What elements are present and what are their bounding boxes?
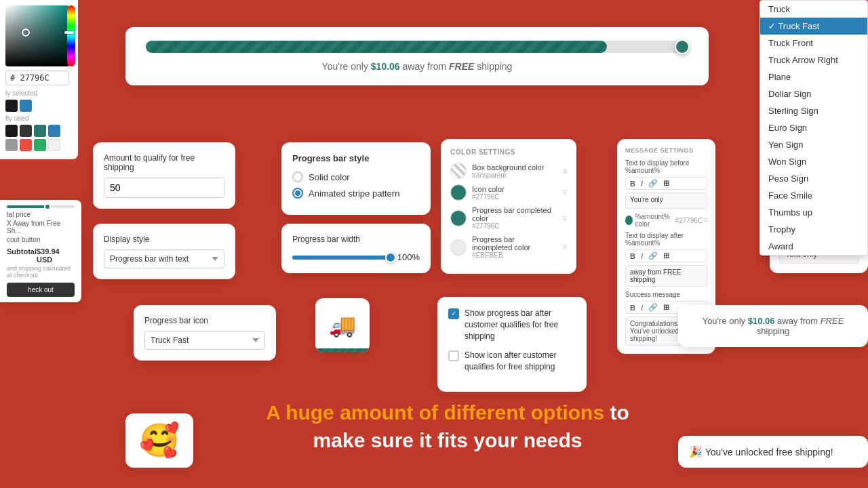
amount-input[interactable] [104,178,224,197]
dropdown-item-won-sign[interactable]: Won Sign [760,153,867,170]
color-menu-icon-completed[interactable]: ≡ [562,214,567,223]
progress-width-card: Progress bar width 100% [281,224,431,273]
dropdown-item-award[interactable]: Award [760,238,867,255]
currently-selected-label: ly selected [5,89,73,97]
progress-width-value: 100% [397,252,420,262]
msg-after-more-btn[interactable]: ⊞ [662,251,671,260]
preview-bar-right-card: You're only $10.06 away from FREE shippi… [678,305,868,347]
msg-before-input[interactable]: You're only [625,192,707,209]
message-settings-title: MESSAGE SETTINGS [625,147,707,154]
cart-progress-dot [44,203,51,210]
checkbox-show-progress-label: Show progress bar after customer qualifi… [465,308,576,342]
checkbox-show-progress[interactable]: ✓ Show progress bar after customer quali… [448,308,576,342]
msg-after-input[interactable]: away from FREE shipping [625,265,707,287]
msg-success-label: Success message [625,291,707,298]
color-name-completed: Progress bar completed color [472,206,557,222]
truck-fast-icon: 🚚 [329,312,356,338]
msg-bold-btn[interactable]: B [629,180,637,188]
display-style-left-select[interactable]: Progress bar with text Text only Icon on… [104,249,224,268]
progress-width-thumb[interactable] [385,252,396,263]
dropdown-item-sterling-sign[interactable]: Sterling Sign [760,102,867,119]
swatch-r1[interactable] [5,125,18,137]
color-swatch-icon[interactable] [450,184,467,201]
color-swatch-bg[interactable] [450,163,467,179]
msg-link-btn[interactable]: 🔗 [647,179,659,188]
dropdown-item-thumbs-up[interactable]: Thumbs up [760,204,867,221]
recently-used-label: tly used [5,115,73,122]
checkbox-show-icon-box[interactable] [448,350,459,361]
msg-after-link-btn[interactable]: 🔗 [647,251,659,260]
hue-strip[interactable] [67,5,75,66]
color-menu-icon-bg[interactable]: ≡ [562,166,567,176]
swatch-r2[interactable] [20,125,32,137]
hue-thumb[interactable] [64,31,74,34]
progress-icon-select[interactable]: Truck Fast Truck Plane [144,331,265,350]
dropdown-item-peso-sign[interactable]: Peso Sign [760,170,867,187]
hex-input[interactable] [5,70,69,85]
cart-preview: tal price X Away from Free Sh... cout bu… [0,200,81,302]
msg-after-bold-btn[interactable]: B [629,252,637,260]
icon-preview-card: 🚚 [315,298,370,352]
swatch-blue[interactable] [20,100,32,112]
main-progress-text: You're only $10.06 away from FREE shippi… [146,61,688,72]
checkbox-show-progress-box[interactable]: ✓ [448,308,459,319]
swatch-r4[interactable] [48,125,60,137]
color-cursor[interactable] [22,28,30,37]
radio-solid-label: Solid color [309,172,350,182]
dropdown-item-dollar-sign[interactable]: Dollar Sign [760,85,867,102]
color-row-completed: Progress bar completed color #27796C ≡ [450,206,567,230]
swatch-r7[interactable] [34,139,46,151]
dropdown-item-yen-sign[interactable]: Yen Sign [760,136,867,153]
radio-solid-color[interactable]: Solid color [292,171,420,182]
dropdown-item-plane[interactable]: Plane [760,68,867,85]
dropdown-item-euro-sign[interactable]: Euro Sign [760,119,867,136]
progress-width-track[interactable] [292,256,391,260]
color-info-completed: Progress bar completed color #27796C [472,206,557,230]
preview-free: FREE [821,316,844,326]
preview-amount: $10.06 [748,316,775,326]
swatch-r8[interactable] [48,139,60,151]
color-menu-icon-incompleted[interactable]: ≡ [562,243,567,252]
color-menu-icon-icon[interactable]: ≡ [562,188,567,197]
amount-color-dot[interactable] [625,216,633,225]
progress-amount: $10.06 [371,61,400,72]
swatch-dark[interactable] [5,100,18,112]
radio-animated-stripe[interactable]: Animated stripe pattern [292,188,420,199]
color-row-icon: Icon color #27796C ≡ [450,184,567,201]
msg-success-bold-btn[interactable]: B [629,304,637,312]
color-swatch-incompleted[interactable] [450,239,467,256]
msg-success-italic-btn[interactable]: I [639,304,644,312]
radio-animated-circle[interactable] [292,188,303,199]
checkbox-show-icon[interactable]: Show icon after customer qualifies for f… [448,350,576,373]
msg-more-btn[interactable]: ⊞ [662,179,671,188]
progress-text-before: You're only [322,61,371,72]
checkout-button[interactable]: heck out [7,283,75,297]
amount-color-label: %amount% color [635,213,674,228]
display-style-left-card: Display style Progress bar with text Tex… [93,224,235,279]
dropdown-item-truck-fast[interactable]: ✓ Truck Fast [760,18,867,35]
dropdown-item-truck-arrow-right[interactable]: Truck Arrow Right [760,52,867,68]
radio-solid-circle[interactable] [292,171,303,182]
msg-success-more-btn[interactable]: ⊞ [662,303,671,312]
preview-shipping: shipping [757,326,789,336]
progress-style-card: Progress bar style Solid color Animated … [281,142,431,215]
msg-italic-btn[interactable]: I [639,180,644,188]
dropdown-item-trophy[interactable]: Trophy [760,221,867,238]
amount-color-menu[interactable]: ≡ [703,216,707,225]
msg-success-link-btn[interactable]: 🔗 [647,303,659,312]
cart-subtotal-value: $39.94 USD [37,247,75,264]
swatch-r6[interactable] [20,139,32,151]
dropdown-item-truck[interactable]: Truck [760,1,867,18]
msg-after-italic-btn[interactable]: I [639,252,644,260]
color-row-incompleted: Progress bar incompleted color #EBEBEB ≡ [450,235,567,259]
swatch-r3[interactable] [34,125,46,137]
dropdown-item-face-smile[interactable]: Face Smile [760,187,867,204]
color-swatch-completed[interactable] [450,210,467,226]
progress-style-title: Progress bar style [292,153,420,163]
color-gradient-picker[interactable] [5,5,69,66]
amount-input-group[interactable]: ▲ ▼ [104,178,224,198]
msg-after-toolbar: B I 🔗 ⊞ [625,249,707,262]
swatch-r5[interactable] [5,139,18,151]
dropdown-item-truck-front[interactable]: Truck Front [760,35,867,52]
icon-dropdown-menu[interactable]: Truck ✓ Truck Fast Truck Front Truck Arr… [760,0,868,256]
